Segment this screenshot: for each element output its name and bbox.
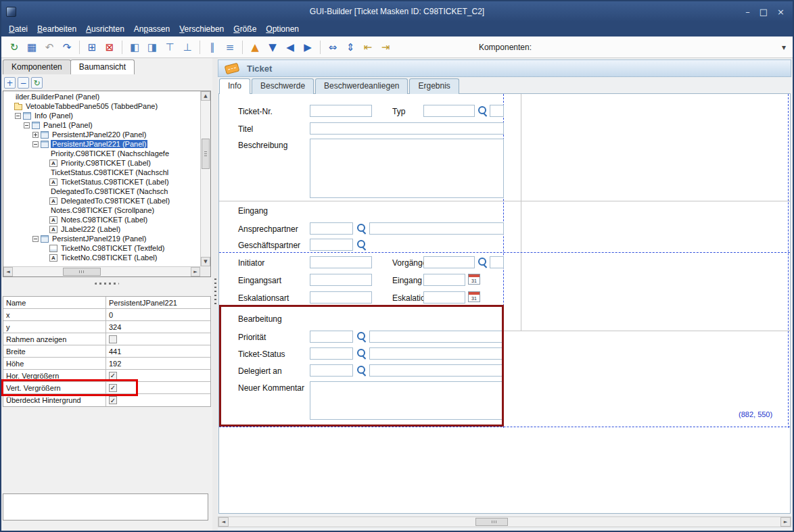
tab-baumansicht[interactable]: Baumansicht <box>70 59 135 74</box>
lookup-icon[interactable] <box>357 349 367 358</box>
scroll-left-icon[interactable]: ◄ <box>3 267 13 276</box>
expand-all-button[interactable]: + <box>4 77 16 89</box>
align-bottom-icon[interactable]: ⊥ <box>179 39 195 55</box>
ticket-status-name-input[interactable] <box>369 347 504 360</box>
property-checkbox[interactable] <box>109 372 117 380</box>
tree-item[interactable]: DelegatedTo.C98TICKET (Nachsch <box>3 187 200 196</box>
menu-item-datei[interactable]: Datei <box>4 23 32 35</box>
tree-item[interactable]: TicketNo.C98TICKET (Label) <box>3 253 200 262</box>
same-height-icon[interactable]: ⇕ <box>342 39 358 55</box>
menu-item-bearbeiten[interactable]: Bearbeiten <box>32 23 81 35</box>
tab-beschwerde[interactable]: Beschwerde <box>252 78 314 94</box>
tree-item[interactable]: TicketStatus.C98TICKET (Label) <box>3 177 200 187</box>
lookup-icon[interactable] <box>357 224 367 233</box>
prioritaet-name-input[interactable] <box>369 331 504 343</box>
komponenten-dropdown[interactable]: ▾ <box>537 41 789 54</box>
neuer-kommentar-textarea[interactable] <box>310 381 504 420</box>
prioritaet-input[interactable] <box>310 331 353 343</box>
tree-horizontal-scrollbar[interactable]: ◄ ► <box>3 266 200 276</box>
align-right-icon[interactable]: ◨ <box>144 39 160 55</box>
tab-komponenten[interactable]: Komponenten <box>3 59 71 74</box>
scroll-right-icon[interactable]: ► <box>780 517 791 527</box>
title-bar[interactable]: GUI-Builder [Ticket Masken ID: C98TICKET… <box>1 1 793 22</box>
lookup-icon[interactable] <box>478 258 488 267</box>
typ-code-input[interactable] <box>490 105 504 117</box>
eingangsart-input[interactable] <box>310 274 372 286</box>
panel-splitter[interactable] <box>212 58 218 531</box>
tree-item[interactable]: Notes.C98TICKET (Label) <box>3 215 200 224</box>
tree-item[interactable]: TicketNo.C98TICKET (Textfeld) <box>3 243 200 253</box>
scroll-right-icon[interactable]: ► <box>191 267 200 276</box>
horizontal-scroll-thumb[interactable] <box>475 518 508 526</box>
tree-item[interactable]: DelegatedTo.C98TICKET (Label) <box>3 196 200 205</box>
save-icon[interactable]: ▦ <box>24 39 40 55</box>
eingang-date-input[interactable] <box>423 274 465 286</box>
menu-item-größe[interactable]: Größe <box>229 23 261 35</box>
collapse-icon[interactable] <box>32 141 39 147</box>
tree-item[interactable]: VetoableTabbedPane505 (TabbedPane) <box>3 101 200 111</box>
tab-ergebnis[interactable]: Ergebnis <box>409 78 459 94</box>
menu-item-anpassen[interactable]: Anpassen <box>129 23 174 35</box>
collapse-icon[interactable] <box>24 122 30 128</box>
distribute-vertical-icon[interactable]: ≡ <box>222 39 238 55</box>
move-right-icon[interactable]: ▶ <box>300 39 316 55</box>
grow-width-icon[interactable]: ⇤ <box>360 39 376 55</box>
lookup-icon[interactable] <box>357 366 367 375</box>
property-checkbox[interactable] <box>109 396 117 404</box>
align-left-icon[interactable]: ◧ <box>126 39 143 55</box>
tree-vertical-scrollbar[interactable]: ▲ ▼ <box>200 91 210 266</box>
component-list-icon[interactable]: ⊞ <box>84 39 100 55</box>
typ-input[interactable] <box>423 105 475 117</box>
align-top-icon[interactable]: ⊤ <box>162 39 178 55</box>
delegiert-an-input[interactable] <box>310 364 353 377</box>
horizontal-scroll-thumb[interactable] <box>63 268 101 276</box>
minimize-button[interactable]: – <box>745 7 750 17</box>
tree-item[interactable]: Panel1 (Panel) <box>3 120 200 130</box>
ansprechpartner-name-input[interactable] <box>369 222 504 235</box>
maximize-button[interactable]: □ <box>760 7 768 17</box>
lookup-icon[interactable] <box>357 240 367 249</box>
delegiert-an-name-input[interactable] <box>369 364 504 377</box>
distribute-horizontal-icon[interactable]: ∥ <box>204 39 220 55</box>
tab-info[interactable]: Info <box>219 78 250 94</box>
tree-item[interactable]: TicketStatus.C98TICKET (Nachschl <box>3 168 200 177</box>
vorgaenger-input[interactable] <box>423 256 475 268</box>
same-width-icon[interactable]: ⇔ <box>325 39 341 55</box>
redo-icon[interactable]: ↷ <box>59 39 75 55</box>
geschaeftspartner-input[interactable] <box>310 239 353 251</box>
titel-input[interactable] <box>310 122 504 135</box>
collapse-icon[interactable] <box>15 113 21 119</box>
property-value[interactable]: 441 <box>106 347 210 356</box>
tab-beschwerdeanliegen[interactable]: Beschwerdeanliegen <box>315 78 408 94</box>
scroll-up-icon[interactable]: ▲ <box>201 91 210 101</box>
collapse-all-button[interactable]: − <box>18 77 29 89</box>
move-left-icon[interactable]: ◀ <box>282 39 298 55</box>
calendar-icon[interactable]: 31 <box>468 291 480 302</box>
delete-component-icon[interactable]: ⊠ <box>101 39 118 55</box>
undo-icon[interactable]: ↶ <box>41 39 57 55</box>
menu-item-verschieben[interactable]: Verschieben <box>174 23 229 35</box>
scroll-down-icon[interactable]: ▼ <box>201 257 210 266</box>
close-button[interactable]: × <box>777 7 785 17</box>
calendar-icon[interactable]: 31 <box>468 274 480 285</box>
move-up-icon[interactable]: ▲ <box>247 39 263 55</box>
vorgaenger-code-input[interactable] <box>490 256 504 268</box>
refresh-tree-button[interactable]: ↻ <box>31 77 43 89</box>
property-checkbox[interactable] <box>109 384 117 392</box>
property-value[interactable]: 0 <box>106 311 210 319</box>
scroll-left-icon[interactable]: ◄ <box>218 517 229 527</box>
menu-item-ausrichten[interactable]: Ausrichten <box>81 23 129 35</box>
vertical-scroll-thumb[interactable] <box>202 139 210 169</box>
tree-item[interactable]: JLabel222 (Label) <box>3 224 200 234</box>
tree-item[interactable]: Info (Panel) <box>3 111 200 120</box>
tree-item[interactable]: Priority.C98TICKET (Nachschlagefe <box>3 149 200 158</box>
ticket-status-input[interactable] <box>310 347 353 360</box>
splitter-grip[interactable] <box>214 279 216 304</box>
beschreibung-textarea[interactable] <box>310 139 504 198</box>
lookup-icon[interactable] <box>357 332 367 341</box>
property-value[interactable]: 192 <box>106 360 210 368</box>
tree-item[interactable]: PersistentJPanel220 (Panel) <box>3 130 200 139</box>
menu-item-optionen[interactable]: Optionen <box>261 23 304 35</box>
initiator-input[interactable] <box>310 256 372 268</box>
tree-item[interactable]: Notes.C98TICKET (Scrollpane) <box>3 205 200 215</box>
